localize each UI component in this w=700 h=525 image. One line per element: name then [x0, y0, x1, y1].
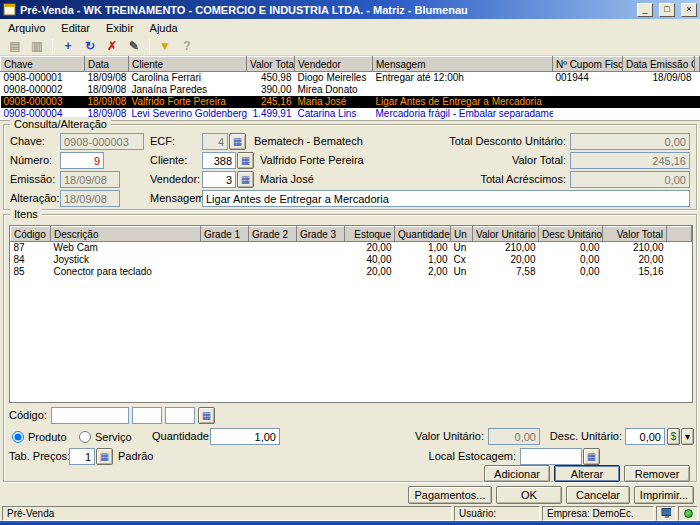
column-header-descricao[interactable]: Descrição: [51, 227, 201, 242]
column-header-estoque[interactable]: Estoque: [345, 227, 395, 242]
column-header-un[interactable]: Un: [451, 227, 473, 242]
menu-item-editar[interactable]: Editar: [53, 20, 98, 36]
online-status-icon: [684, 509, 693, 518]
cliente-name: Valfrido Forte Pereira: [260, 152, 364, 169]
toolbar-separator: [52, 39, 53, 54]
codigo-lookup-button[interactable]: ▦: [198, 407, 215, 424]
maximize-button[interactable]: □: [659, 3, 675, 17]
ecf-field: [202, 133, 228, 150]
produto-radio[interactable]: Produto: [12, 428, 67, 445]
edit-button[interactable]: ✎: [124, 38, 144, 55]
cliente-field[interactable]: [202, 152, 236, 169]
codigo-label: Código:: [9, 407, 47, 424]
column-header-grade1[interactable]: Grade 1: [201, 227, 249, 242]
column-header-grade3[interactable]: Grade 3: [297, 227, 345, 242]
column-header-valor_unitario[interactable]: Valor Unitário: [473, 227, 539, 242]
edit-icon: ✎: [129, 39, 139, 53]
cancel-record-button[interactable]: ✗: [102, 38, 122, 55]
tab-precos-field[interactable]: [69, 448, 95, 465]
cell-valor_total: 210,00: [603, 242, 667, 255]
cell-descricao: Conector para teclado: [51, 266, 201, 278]
imprimir-button[interactable]: Imprimir...: [634, 486, 694, 504]
cliente-lookup-button[interactable]: ▦: [237, 152, 254, 169]
column-header-vendedor[interactable]: Vendedor: [295, 57, 373, 72]
codigo-grade1-field[interactable]: [132, 407, 162, 424]
tab-precos-lookup-button[interactable]: ▦: [96, 448, 113, 465]
table-row[interactable]: 85Conector para teclado20,002,00Un7,580,…: [11, 266, 692, 278]
cell-valor_total: 390,00: [247, 84, 295, 96]
column-header-emissao_cf[interactable]: Data Emissão CF: [623, 57, 695, 72]
column-header-valor_total[interactable]: Valor Total: [603, 227, 667, 242]
minimize-button[interactable]: _: [637, 3, 653, 17]
refresh-button[interactable]: ↻: [80, 38, 100, 55]
cell-desc_unitario: 0,00: [539, 242, 603, 255]
cell-codigo: 87: [11, 242, 51, 255]
valor-total-field: [570, 152, 690, 169]
cell-filler: [667, 266, 692, 278]
cell-desc_unitario: 0,00: [539, 254, 603, 266]
filter-button[interactable]: ▼: [155, 38, 175, 55]
numero-label: Número:: [10, 152, 52, 169]
cell-grade3: [297, 242, 345, 255]
local-estocagem-lookup-button[interactable]: ▦: [583, 448, 600, 465]
column-header-cliente[interactable]: Cliente: [129, 57, 247, 72]
quantidade-field[interactable]: [210, 428, 280, 445]
remover-button[interactable]: Remover: [624, 465, 690, 482]
cell-valor_total: 450,98: [247, 72, 295, 85]
status-usuario-text: Usuário:: [459, 508, 496, 520]
cell-vendedor: Maria José: [295, 96, 373, 108]
vendedor-lookup-button[interactable]: ▦: [237, 171, 254, 188]
cell-data: 18/09/08: [85, 72, 129, 85]
vendedor-field[interactable]: [202, 171, 236, 188]
vendedor-label: Vendedor:: [150, 171, 200, 188]
local-estocagem-field[interactable]: [520, 448, 582, 465]
servico-radio-input[interactable]: [79, 431, 91, 443]
cell-estoque: 20,00: [345, 266, 395, 278]
titlebar[interactable]: Pré-Venda - WK TREINAMENTO - COMERCIO E …: [0, 0, 700, 19]
cell-grade2: [249, 266, 297, 278]
menu-item-arquivo[interactable]: Arquivo: [0, 20, 53, 36]
codigo-field[interactable]: [51, 407, 129, 424]
menu-item-exibir[interactable]: Exibir: [98, 20, 142, 36]
column-header-data[interactable]: Data: [85, 57, 129, 72]
total-acrescimos-label: Total Acréscimos:: [424, 171, 566, 188]
table-row[interactable]: 0908-00000218/09/08Janaína Paredes390,00…: [1, 84, 700, 96]
codigo-grade2-field[interactable]: [165, 407, 195, 424]
pagamentos-button[interactable]: Pagamentos...: [408, 486, 492, 504]
cell-emissao_cf: [623, 96, 695, 108]
numero-field[interactable]: [60, 152, 104, 169]
desc-unitario-dropdown-button[interactable]: ▾: [681, 428, 694, 445]
column-header-quantidade[interactable]: Quantidade: [395, 227, 451, 242]
column-header-chave[interactable]: Chave: [1, 57, 85, 72]
desc-unitario-field[interactable]: [625, 428, 665, 445]
cell-chave: 0908-000003: [1, 96, 85, 108]
mensagem-field[interactable]: [202, 190, 690, 207]
items-table: CódigoDescriçãoGrade 1Grade 2Grade 3Esto…: [10, 226, 692, 278]
table-row[interactable]: 0908-00000318/09/08Valfrido Forte Pereir…: [1, 96, 700, 108]
column-header-cupom[interactable]: Nº Cupom Fiscal: [553, 57, 623, 72]
alterar-button[interactable]: Alterar: [554, 465, 620, 482]
ok-button[interactable]: OK: [496, 486, 562, 504]
menu-item-ajuda[interactable]: Ajuda: [142, 20, 186, 36]
cell-codigo: 85: [11, 266, 51, 278]
cell-un: Cx: [451, 254, 473, 266]
cancelar-button[interactable]: Cancelar: [566, 486, 630, 504]
cell-emissao_cf: [623, 84, 695, 96]
table-row[interactable]: 84Joystick40,001,00Cx20,000,0020,00: [11, 254, 692, 266]
add-button[interactable]: +: [58, 38, 78, 55]
column-header-valor_total[interactable]: Valor Total: [247, 57, 295, 72]
toolbar-separator: [149, 39, 150, 54]
currency-button[interactable]: $: [667, 428, 680, 445]
column-header-desc_unitario[interactable]: Desc Unitário: [539, 227, 603, 242]
ecf-lookup-button[interactable]: ▦: [229, 133, 246, 150]
column-header-codigo[interactable]: Código: [11, 227, 51, 242]
column-header-mensagem[interactable]: Mensagem: [373, 57, 553, 72]
column-header-grade2[interactable]: Grade 2: [249, 227, 297, 242]
table-row[interactable]: 87Web Cam20,001,00Un210,000,00210,00: [11, 242, 692, 255]
close-button[interactable]: ×: [681, 3, 697, 17]
table-row[interactable]: 0908-00000118/09/08Carolina Ferrari450,9…: [1, 72, 700, 85]
cell-estoque: 20,00: [345, 242, 395, 255]
servico-radio[interactable]: Serviço: [79, 428, 132, 445]
adicionar-button[interactable]: Adicionar: [484, 465, 550, 482]
produto-radio-input[interactable]: [12, 431, 24, 443]
